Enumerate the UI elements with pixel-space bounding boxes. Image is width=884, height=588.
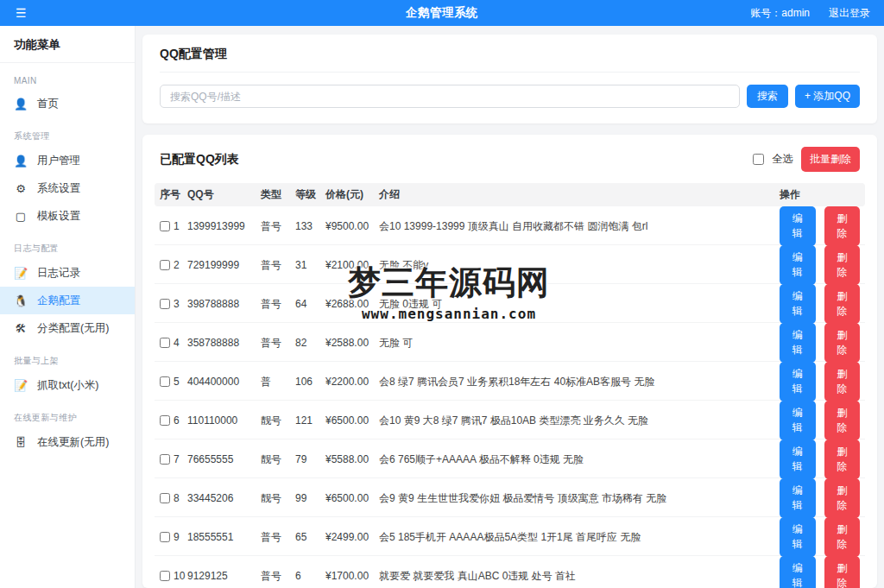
qq-description: 无脸 可 bbox=[379, 336, 767, 351]
qq-config-panel: QQ配置管理 搜索 + 添加QQ bbox=[142, 35, 877, 123]
edit-button[interactable]: 编辑 bbox=[780, 478, 816, 518]
table-row: 3398788888普号64¥2688.00无脸 0违规 可编辑删除 bbox=[155, 284, 865, 323]
row-checkbox[interactable] bbox=[160, 338, 170, 348]
row-checkbox[interactable] bbox=[160, 415, 170, 426]
qq-type: 靓号 bbox=[261, 414, 295, 428]
qq-description: 无脸 不能v bbox=[379, 258, 767, 273]
memo-icon: 📝 bbox=[14, 267, 28, 280]
table-header-row: 序号QQ号类型等级价格(元)介绍操作 bbox=[155, 183, 865, 206]
qq-description: 无脸 0违规 可 bbox=[379, 297, 767, 312]
row-checkbox[interactable] bbox=[160, 299, 170, 309]
qq-price: ¥2688.00 bbox=[325, 298, 379, 310]
delete-button[interactable]: 删除 bbox=[824, 362, 861, 401]
row-checkbox[interactable] bbox=[160, 260, 170, 270]
sidebar-item-penguin-config[interactable]: 🐧企鹅配置 bbox=[0, 287, 135, 314]
qq-price: ¥1700.00 bbox=[325, 570, 379, 582]
row-checkbox[interactable] bbox=[160, 221, 170, 231]
hamburger-menu-icon[interactable]: ☰ bbox=[16, 7, 27, 19]
delete-button[interactable]: 删除 bbox=[824, 284, 861, 324]
qq-level: 6 bbox=[295, 570, 325, 582]
edit-button[interactable]: 编辑 bbox=[780, 323, 816, 363]
sidebar-item-category-config[interactable]: 🛠分类配置(无用) bbox=[0, 314, 135, 342]
qq-description: 会6 765顺子+AAAAA 极品不解释 0违规 无脸 bbox=[379, 452, 767, 467]
edit-button[interactable]: 编辑 bbox=[780, 401, 816, 440]
batch-delete-button[interactable]: 批量删除 bbox=[801, 147, 860, 172]
row-actions: 编辑删除 bbox=[767, 362, 860, 401]
row-number: 7 bbox=[174, 453, 180, 465]
delete-button[interactable]: 删除 bbox=[824, 245, 861, 285]
column-header: QQ号 bbox=[187, 187, 261, 202]
select-all-label: 全选 bbox=[772, 152, 793, 167]
edit-button[interactable]: 编辑 bbox=[780, 439, 816, 479]
qq-description: 会5 185手机开 AAAAA极品5A类型 1开1尾 首尾呼应 无脸 bbox=[379, 530, 767, 545]
select-all-checkbox[interactable] bbox=[753, 154, 764, 165]
row-select-cell: 8 bbox=[160, 492, 187, 504]
qq-price: ¥2100.00 bbox=[325, 259, 379, 271]
edit-button[interactable]: 编辑 bbox=[780, 206, 816, 246]
sidebar-section: 系统管理👤用户管理⚙系统设置▢模板设置 bbox=[0, 117, 135, 230]
row-actions: 编辑删除 bbox=[767, 206, 860, 246]
sidebar-item-user-management[interactable]: 👤用户管理 bbox=[0, 147, 135, 174]
row-number: 9 bbox=[174, 531, 180, 543]
row-actions: 编辑删除 bbox=[767, 245, 860, 285]
table-row: 11399913999普号133¥9500.00会10 13999-13999 … bbox=[155, 206, 865, 245]
row-checkbox[interactable] bbox=[160, 454, 170, 465]
sidebar-item-system-settings[interactable]: ⚙系统设置 bbox=[0, 174, 135, 202]
qq-type: 靓号 bbox=[261, 452, 295, 467]
search-button[interactable]: 搜索 bbox=[747, 85, 788, 108]
logout-link[interactable]: 退出登录 bbox=[829, 6, 870, 21]
sidebar-item-template-settings[interactable]: ▢模板设置 bbox=[0, 202, 135, 230]
delete-button[interactable]: 删除 bbox=[824, 478, 861, 518]
column-header: 操作 bbox=[767, 187, 860, 202]
qq-number: 9129125 bbox=[187, 570, 261, 582]
row-select-cell: 10 bbox=[160, 570, 187, 582]
row-number: 4 bbox=[174, 337, 180, 349]
qq-type: 靓号 bbox=[261, 491, 295, 506]
qq-level: 99 bbox=[295, 492, 325, 504]
qq-number: 1399913999 bbox=[187, 220, 261, 232]
table-row: 5404400000普106¥2200.00会8 绿7 腾讯会员7 业务累积18… bbox=[155, 362, 865, 401]
delete-button[interactable]: 删除 bbox=[824, 323, 861, 363]
delete-button[interactable]: 删除 bbox=[824, 517, 861, 557]
sidebar-item-online-update[interactable]: 🗄在线更新(无用) bbox=[0, 428, 135, 456]
row-select-cell: 1 bbox=[160, 220, 187, 232]
table-row: 833445206靓号99¥6500.00会9 黄9 生生世世我爱你妞 极品爱情… bbox=[155, 478, 865, 517]
edit-button[interactable]: 编辑 bbox=[780, 245, 816, 285]
row-actions: 编辑删除 bbox=[767, 284, 860, 324]
person-icon: 👤 bbox=[14, 98, 28, 111]
row-checkbox[interactable] bbox=[160, 493, 170, 503]
row-number: 5 bbox=[174, 376, 180, 388]
qq-description: 会10 13999-13999 顶级真山 自用收藏都不错 圆润饱满 包rl bbox=[379, 219, 767, 234]
sidebar-item-home[interactable]: 👤首页 bbox=[0, 90, 135, 117]
edit-button[interactable]: 编辑 bbox=[780, 517, 816, 557]
row-checkbox[interactable] bbox=[160, 532, 170, 542]
row-checkbox[interactable] bbox=[160, 376, 170, 387]
delete-button[interactable]: 删除 bbox=[824, 401, 861, 440]
delete-button[interactable]: 删除 bbox=[824, 556, 861, 588]
qq-number: 33445206 bbox=[187, 492, 261, 504]
server-icon: 🗄 bbox=[14, 436, 28, 449]
qq-number: 110110000 bbox=[187, 414, 261, 427]
tools-icon: 🛠 bbox=[14, 322, 28, 335]
edit-button[interactable]: 编辑 bbox=[780, 362, 816, 401]
qq-price: ¥2588.00 bbox=[325, 337, 379, 349]
sidebar-item-grab-txt[interactable]: 📝抓取txt(小米) bbox=[0, 371, 135, 399]
sidebar-menu: MAIN👤首页系统管理👤用户管理⚙系统设置▢模板设置日志与配置📝日志记录🐧企鹅配… bbox=[0, 63, 135, 456]
sidebar-item-log-records[interactable]: 📝日志记录 bbox=[0, 259, 135, 287]
row-checkbox[interactable] bbox=[160, 571, 170, 581]
delete-button[interactable]: 删除 bbox=[824, 439, 861, 479]
row-select-cell: 5 bbox=[160, 376, 187, 388]
edit-button[interactable]: 编辑 bbox=[780, 556, 816, 588]
qq-level: 79 bbox=[295, 453, 325, 465]
row-actions: 编辑删除 bbox=[767, 517, 860, 557]
table-row: 109129125普号6¥1700.00就要爱 就要爱我 真山ABC 0违规 处… bbox=[155, 556, 865, 588]
qq-type: 普 bbox=[261, 375, 295, 389]
sidebar-section-label: MAIN bbox=[0, 63, 135, 90]
qq-price: ¥2200.00 bbox=[325, 376, 379, 388]
edit-button[interactable]: 编辑 bbox=[780, 284, 816, 324]
add-qq-button[interactable]: + 添加QQ bbox=[795, 85, 860, 108]
search-input[interactable] bbox=[160, 85, 740, 108]
qq-level: 82 bbox=[295, 337, 325, 349]
row-number: 1 bbox=[174, 220, 180, 232]
delete-button[interactable]: 删除 bbox=[824, 206, 861, 246]
